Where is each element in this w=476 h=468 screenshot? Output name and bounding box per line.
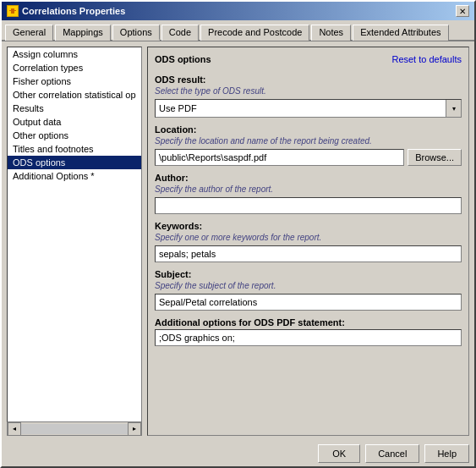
ods-result-value: Use PDF <box>156 100 446 117</box>
tab-precode[interactable]: Precode and Postcode <box>200 25 309 41</box>
left-panel-wrapper: Assign columns Correlation types Fisher … <box>7 47 142 436</box>
ods-header: ODS options Reset to defaults <box>155 54 462 64</box>
ods-options-panel: ODS options Reset to defaults ODS result… <box>147 47 469 436</box>
subject-input[interactable] <box>155 294 462 311</box>
left-panel-items: Assign columns Correlation types Fisher … <box>8 47 141 421</box>
tab-extended[interactable]: Extended Attributes <box>353 25 448 41</box>
keywords-label: Keywords: <box>155 221 462 231</box>
tab-options[interactable]: Options <box>112 25 160 41</box>
left-panel: Assign columns Correlation types Fisher … <box>7 47 142 422</box>
ods-result-dropdown[interactable]: Use PDF ▾ <box>155 99 462 118</box>
tab-mappings[interactable]: Mappings <box>55 25 111 41</box>
browse-button[interactable]: Browse... <box>408 149 462 166</box>
location-group: Location: Specify the location and name … <box>155 124 462 166</box>
keywords-hint: Specify one or more keywords for the rep… <box>155 233 462 242</box>
sidebar-item-other-options[interactable]: Other options <box>8 129 141 142</box>
additional-options-input[interactable] <box>155 329 462 346</box>
scroll-left-button[interactable]: ◂ <box>8 422 21 436</box>
window-title: Correlations Properties <box>22 6 125 16</box>
bottom-buttons: OK Cancel Help <box>2 441 474 466</box>
sidebar-item-assign-columns[interactable]: Assign columns <box>8 47 141 61</box>
cancel-button[interactable]: Cancel <box>365 444 419 463</box>
author-input[interactable] <box>155 197 462 214</box>
keywords-group: Keywords: Specify one or more keywords f… <box>155 221 462 262</box>
reset-defaults-link[interactable]: Reset to defaults <box>391 54 462 64</box>
sidebar-item-results[interactable]: Results <box>8 102 141 115</box>
author-group: Author: Specify the author of the report… <box>155 173 462 214</box>
ok-button[interactable]: OK <box>318 444 360 463</box>
svg-rect-2 <box>11 8 14 14</box>
tab-general[interactable]: General <box>5 25 53 41</box>
ods-result-label: ODS result: <box>155 74 462 85</box>
help-button[interactable]: Help <box>424 444 469 463</box>
tabs-bar: General Mappings Options Code Precode an… <box>2 20 474 41</box>
title-bar: Correlations Properties ✕ <box>2 2 474 20</box>
author-label: Author: <box>155 173 462 183</box>
window-icon <box>7 5 19 17</box>
left-scrollbar: ◂ ▸ <box>7 422 142 436</box>
right-panel: ODS options Reset to defaults ODS result… <box>147 47 469 436</box>
location-label: Location: <box>155 124 462 135</box>
keywords-input[interactable] <box>155 245 462 262</box>
additional-options-group: Additional options for ODS PDF statement… <box>155 317 462 346</box>
sidebar-item-other-correlation[interactable]: Other correlation statistical op <box>8 88 141 102</box>
tab-notes[interactable]: Notes <box>311 25 351 41</box>
ods-panel-title: ODS options <box>155 54 211 64</box>
location-row: Browse... <box>155 149 462 166</box>
sidebar-item-output-data[interactable]: Output data <box>8 115 141 129</box>
scroll-right-button[interactable]: ▸ <box>128 422 141 436</box>
ods-result-group: ODS result: Select the type of ODS resul… <box>155 74 462 118</box>
location-input[interactable] <box>155 149 404 166</box>
sidebar-item-titles[interactable]: Titles and footnotes <box>8 142 141 156</box>
sidebar-item-fisher-options[interactable]: Fisher options <box>8 74 141 88</box>
additional-options-label: Additional options for ODS PDF statement… <box>155 317 462 328</box>
ods-result-hint: Select the type of ODS result. <box>155 86 462 96</box>
author-hint: Specify the author of the report. <box>155 184 462 194</box>
content-area: Assign columns Correlation types Fisher … <box>2 41 474 441</box>
ods-result-dropdown-arrow[interactable]: ▾ <box>446 100 461 117</box>
close-button[interactable]: ✕ <box>456 5 469 17</box>
main-window: Correlations Properties ✕ General Mappin… <box>0 0 476 468</box>
subject-label: Subject: <box>155 269 462 279</box>
sidebar-item-additional-options[interactable]: Additional Options * <box>8 169 141 183</box>
tab-code[interactable]: Code <box>161 25 199 41</box>
location-hint: Specify the location and name of the rep… <box>155 136 462 146</box>
subject-hint: Specify the subject of the report. <box>155 281 462 290</box>
scroll-track[interactable] <box>21 424 128 434</box>
sidebar-item-correlation-types[interactable]: Correlation types <box>8 61 141 74</box>
sidebar-item-ods-options[interactable]: ODS options <box>8 156 141 169</box>
subject-group: Subject: Specify the subject of the repo… <box>155 269 462 311</box>
